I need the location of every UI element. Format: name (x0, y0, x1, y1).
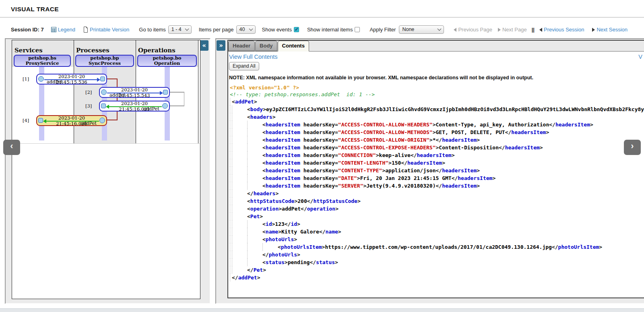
item-operation: addPet (143, 106, 159, 112)
previous-page-button[interactable]: Previous Page (454, 27, 492, 33)
trace-item-4-selected[interactable]: 2023-01-20 21:45:16.036 addPet (36, 115, 107, 126)
xml-line[interactable]: </photoUrls> (229, 251, 644, 258)
toolbar-separator: || (532, 27, 535, 33)
column-divider (74, 40, 74, 143)
view-full-contents-link[interactable]: View Full Contents (229, 54, 278, 60)
event-circle-icon (99, 118, 105, 123)
apply-filter-select[interactable]: None (399, 25, 444, 34)
tab-contents[interactable]: Contents (278, 41, 309, 52)
show-internal-items-label: Show internal items (307, 27, 353, 33)
apply-filter-value: None (402, 27, 414, 32)
app-header: VISUAL TRACE (0, 0, 644, 18)
event-square-icon (100, 76, 105, 81)
xml-line[interactable]: <?xml version="1.0" ?> (229, 84, 644, 91)
xml-line[interactable]: <name>Kitty Galore</name> (229, 228, 644, 236)
next-page-button[interactable]: Next Page (498, 27, 527, 33)
trace-item-2[interactable]: 2023-01-20 21:45:15.543 addPet (99, 87, 170, 98)
tab-header[interactable]: Header (228, 41, 255, 51)
document-icon (83, 27, 88, 33)
xml-line[interactable]: <photoUrls> (229, 236, 644, 243)
chevron-down-icon (249, 27, 253, 31)
xml-line[interactable]: <Pet> (229, 213, 644, 220)
xml-line[interactable]: <operation>addPet</operation> (229, 205, 644, 213)
printable-version-link[interactable]: Printable Version (83, 27, 129, 33)
clipped-link[interactable]: V (638, 54, 642, 60)
connector-gray (184, 92, 185, 106)
event-square-icon (163, 90, 168, 95)
connector-red (117, 79, 118, 120)
previous-session-label: Previous Session (544, 27, 584, 33)
xml-line[interactable]: <headersItem headersKey="ACCESS-CONTROL-… (229, 121, 644, 128)
collapse-diagram-button[interactable] (200, 40, 208, 51)
xml-line[interactable]: <headersItem headersKey="DATE">Fri, 20 J… (229, 174, 644, 182)
xml-line[interactable]: <headersItem headersKey="ACCESS-CONTROL-… (229, 136, 644, 144)
xml-tree[interactable]: <?xml version="1.0" ?><!-- type: petshop… (229, 84, 644, 281)
chevron-down-icon (438, 27, 442, 31)
trace-item-1[interactable]: 2023-01-20 21:45:15.536 addPet (36, 74, 107, 85)
expand-contents-button[interactable] (217, 40, 225, 51)
item-index: [1] (23, 76, 29, 82)
sequence-diagram: Services Processes Operations petshop.bs… (12, 40, 200, 144)
event-square-icon (101, 103, 106, 108)
show-events-checkbox[interactable] (294, 27, 299, 32)
contents-panel: Header Body Contents View Full Contents … (215, 38, 644, 304)
previous-session-button[interactable]: Previous Session (539, 27, 584, 33)
node-label: SyncProcess (76, 61, 133, 66)
session-id-label: Session ID: 7 (11, 27, 44, 33)
item-index: [4] (23, 118, 29, 123)
connector-gray (167, 105, 184, 106)
contents-body: View Full Contents V Expand All NOTE: XM… (228, 52, 644, 298)
apply-filter-label: Apply Filter (369, 27, 396, 33)
node-operation[interactable]: petshop.bo Operation (137, 55, 197, 67)
xml-line[interactable]: <id>123</id> (229, 220, 644, 228)
expand-all-button[interactable]: Expand All (229, 62, 259, 70)
node-proxyservice[interactable]: petshop.bs ProxyService (14, 55, 71, 67)
goto-items-select[interactable]: 1 - 4 (168, 25, 192, 34)
item-index: [3] (85, 103, 92, 109)
footer-scrollbar[interactable] (0, 308, 644, 312)
xml-line[interactable]: </Pet> (229, 266, 644, 274)
event-circle-icon (38, 76, 44, 82)
toolbar: Session ID: 7 Legend Printable Version G… (11, 23, 644, 35)
xml-line[interactable]: <headersItem headersKey="CONTENT-TYPE">a… (229, 167, 644, 174)
show-events-label: Show events (262, 27, 292, 33)
scroll-right-button[interactable] (624, 140, 641, 155)
xml-line[interactable]: <headersItem headersKey="SERVER">Jetty(9… (229, 182, 644, 190)
xml-line[interactable]: <body>eyJpZCI6MTIzLCJuYW1lIjoiS2l0dHkgR2… (229, 105, 644, 113)
next-page-label: Next Page (502, 27, 527, 33)
previous-page-icon (454, 28, 456, 32)
chevron-down-icon (185, 27, 189, 31)
diagram-box: Services Processes Operations petshop.bs… (12, 40, 200, 299)
items-per-page-select[interactable]: 40 (236, 25, 256, 34)
scroll-left-button[interactable] (3, 140, 20, 155)
legend-link[interactable]: Legend (51, 27, 75, 33)
tab-strip: Header Body Contents (228, 41, 644, 52)
xml-line[interactable]: <headersItem headersKey="ACCESS-CONTROL-… (229, 128, 644, 136)
node-syncprocess[interactable]: petshop.bp SyncProcess (75, 55, 134, 67)
event-square-icon (38, 118, 43, 123)
printable-version-label: Printable Version (90, 27, 129, 33)
xml-line[interactable]: <photoUrlsItem>https://www.tippett.com/w… (229, 243, 644, 251)
trace-item-3[interactable]: 2023-01-20 21:45:16.031 addPet (99, 101, 170, 112)
xml-line[interactable]: <!-- type: petshop.responses.addPet id: … (229, 91, 644, 98)
xml-line[interactable]: <status>pending</status> (229, 258, 644, 266)
items-per-page-label: Items per page (199, 27, 234, 33)
previous-page-label: Previous Page (458, 27, 492, 33)
xml-line[interactable]: <httpStatusCode>200</httpStatusCode> (229, 197, 644, 205)
next-session-button[interactable]: Next Session (592, 27, 627, 33)
column-title-services: Services (14, 47, 43, 54)
column-title-processes: Processes (76, 47, 109, 54)
tab-body[interactable]: Body (255, 41, 277, 51)
xml-line[interactable]: <headersItem headersKey="CONTENT-LENGTH"… (229, 159, 644, 167)
page-title: VISUAL TRACE (11, 6, 59, 13)
show-internal-items-checkbox[interactable] (355, 27, 360, 32)
xml-line[interactable]: <headersItem headersKey="CONNECTION">kee… (229, 151, 644, 159)
event-circle-icon (101, 89, 107, 95)
xml-line[interactable]: <addPet> (229, 98, 644, 105)
xml-line[interactable]: <headersItem headersKey="ACCESS-CONTROL-… (229, 144, 644, 151)
next-page-icon (498, 28, 501, 32)
xml-line[interactable]: </addPet> (229, 274, 644, 281)
xml-line[interactable]: </headers> (229, 190, 644, 197)
xml-line[interactable]: <headers> (229, 113, 644, 121)
next-session-label: Next Session (597, 27, 627, 33)
